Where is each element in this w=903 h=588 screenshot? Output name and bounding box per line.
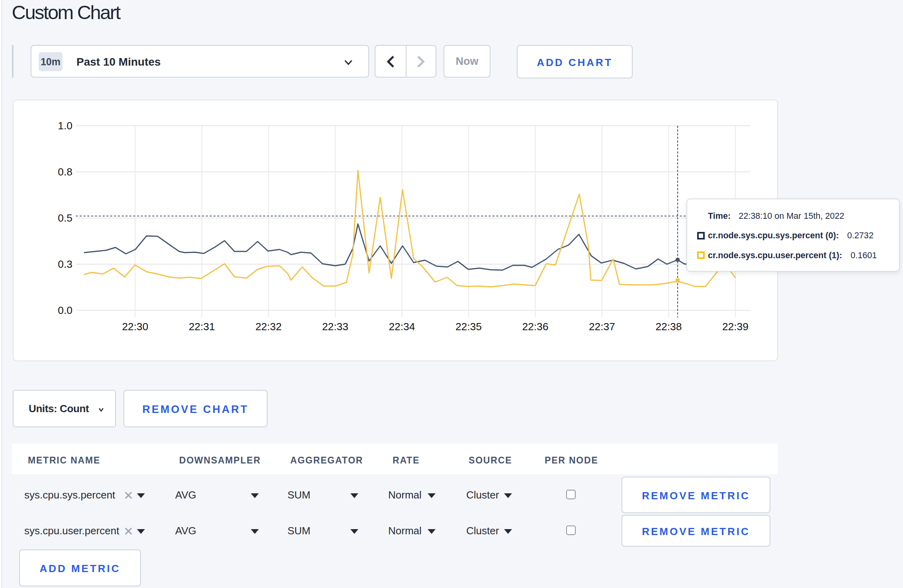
svg-text:22:30: 22:30 xyxy=(122,321,148,333)
svg-text:22:38: 22:38 xyxy=(655,321,682,333)
svg-text:0.8: 0.8 xyxy=(58,166,72,178)
svg-text:22:39: 22:39 xyxy=(722,321,749,333)
svg-text:22:37: 22:37 xyxy=(589,321,615,333)
svg-text:22:34: 22:34 xyxy=(389,321,415,333)
svg-text:22:33: 22:33 xyxy=(322,321,348,333)
svg-text:0.0: 0.0 xyxy=(58,304,72,316)
svg-text:22:36: 22:36 xyxy=(522,321,548,333)
svg-text:0.5: 0.5 xyxy=(58,212,72,224)
svg-text:0.3: 0.3 xyxy=(58,258,72,270)
svg-text:22:32: 22:32 xyxy=(255,321,281,333)
svg-text:1.0: 1.0 xyxy=(58,120,72,132)
svg-text:22:31: 22:31 xyxy=(189,321,215,333)
svg-text:22:35: 22:35 xyxy=(455,321,482,333)
